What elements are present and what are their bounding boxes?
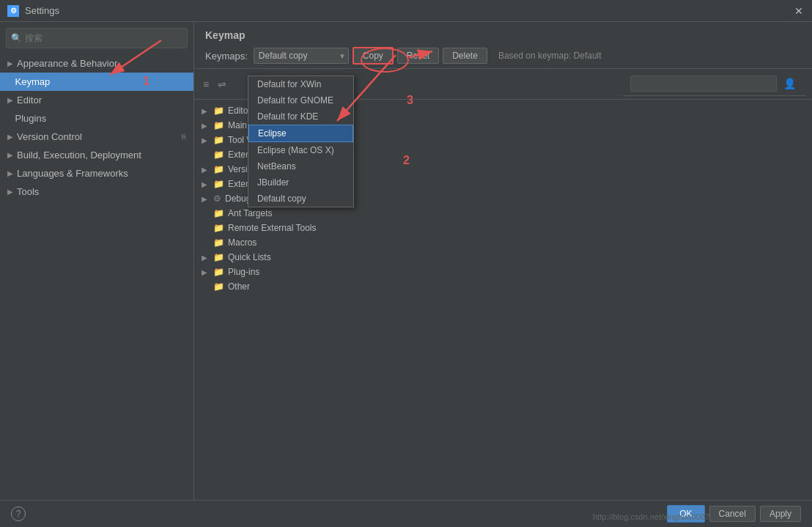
sidebar-item-label: Editor xyxy=(17,95,186,106)
sidebar-item-label: Build, Execution, Deployment xyxy=(17,150,186,161)
folder-icon: 📁 xyxy=(213,164,224,174)
collapse-all-button[interactable]: ⇌ xyxy=(215,77,229,92)
tree-item-label: Ant Targets xyxy=(228,208,272,218)
sidebar-item-editor[interactable]: ▶ Editor xyxy=(0,91,193,109)
expand-arrow-icon: ▶ xyxy=(202,195,210,203)
gear-icon: ⚙ xyxy=(213,194,221,204)
main-content: 🔍 ▶ Appearance & Behavior Keymap ▶ Edito… xyxy=(0,22,812,500)
dropdown-item-eclipse[interactable]: Eclipse xyxy=(248,125,353,142)
expand-arrow-icon: ▶ xyxy=(7,169,13,177)
expand-all-button[interactable]: ≡ xyxy=(200,77,212,92)
copy-button[interactable]: Copy xyxy=(353,47,394,65)
window-title: Settings xyxy=(25,5,793,16)
dropdown-item-netbeans[interactable]: NetBeans xyxy=(248,158,353,174)
sidebar-item-label: Tools xyxy=(17,186,186,197)
folder-icon: 📁 xyxy=(213,106,224,116)
folder-icon: 📁 xyxy=(213,281,224,292)
tree-item-remote-external-tools[interactable]: 📁 Remote External Tools xyxy=(194,221,812,235)
tree-item-label: Remote External Tools xyxy=(228,223,317,233)
keymap-select[interactable]: Default copy xyxy=(254,48,349,64)
folder-icon: 📁 xyxy=(213,179,224,189)
folder-icon: 📁 xyxy=(213,267,224,277)
folder-icon: 📁 xyxy=(213,223,224,233)
sidebar-item-build-execution[interactable]: ▶ Build, Execution, Deployment xyxy=(0,146,193,164)
tree-item-plug-ins[interactable]: ▶ 📁 Plug-ins xyxy=(194,265,812,279)
search-icon: 🔍 xyxy=(11,33,22,43)
dropdown-item-jbuilder[interactable]: JBuilder xyxy=(248,174,353,191)
expand-arrow-icon xyxy=(7,78,12,86)
keymap-toolbar: Keymaps: Default copy ▼ Copy Reset Delet… xyxy=(205,47,801,65)
folder-icon: 📁 xyxy=(213,208,224,218)
delete-button[interactable]: Delete xyxy=(443,48,487,64)
dropdown-item-eclipse-mac[interactable]: Eclipse (Mac OS X) xyxy=(248,142,353,158)
keymap-top-left: ≡ ⇌ xyxy=(200,77,229,92)
based-on-label: Based on keymap: Default xyxy=(498,51,602,61)
expand-arrow-icon: ▶ xyxy=(202,107,210,115)
expand-arrow-icon xyxy=(202,210,210,218)
keymap-select-wrapper: Default copy ▼ xyxy=(254,48,349,64)
sidebar-search-input[interactable] xyxy=(25,33,182,43)
expand-arrow-icon xyxy=(7,114,12,122)
expand-arrow-icon: ▶ xyxy=(202,180,210,188)
expand-arrow-icon: ▶ xyxy=(7,59,13,67)
git-badge: ⎘ xyxy=(182,133,186,141)
settings-window: ⚙ Settings ✕ 🔍 ▶ Appearance & Behavior K… xyxy=(0,0,812,527)
tree-item-ant-targets[interactable]: 📁 Ant Targets xyxy=(194,206,812,221)
tree-item-label: Other xyxy=(228,281,250,292)
tree-item-label: Quick Lists xyxy=(228,252,271,262)
titlebar: ⚙ Settings ✕ xyxy=(0,0,812,22)
close-button[interactable]: ✕ xyxy=(793,5,805,17)
watermark: http://blog.csdn.net/xinghuo0007 xyxy=(593,512,709,521)
sidebar-item-plugins[interactable]: Plugins xyxy=(0,109,193,128)
sidebar-search-box[interactable]: 🔍 xyxy=(6,28,188,48)
user-icon[interactable]: 👤 xyxy=(780,76,799,91)
tree-item-other[interactable]: 📁 Other xyxy=(194,279,812,294)
sidebar-item-label: Keymap xyxy=(15,76,186,87)
folder-icon: 📁 xyxy=(213,135,224,145)
dropdown-item-default-kde[interactable]: Default for KDE xyxy=(248,108,353,125)
sidebar: 🔍 ▶ Appearance & Behavior Keymap ▶ Edito… xyxy=(0,22,194,500)
help-button[interactable]: ? xyxy=(11,506,26,521)
sidebar-item-version-control[interactable]: ▶ Version Control ⎘ xyxy=(0,128,193,146)
tree-item-quick-lists[interactable]: ▶ 📁 Quick Lists xyxy=(194,250,812,265)
sidebar-item-appearance[interactable]: ▶ Appearance & Behavior xyxy=(0,54,193,73)
keymaps-label: Keymaps: xyxy=(205,51,248,62)
panel-title: Keymap xyxy=(205,29,801,41)
folder-icon: 📁 xyxy=(213,120,224,130)
keymap-search-area: 👤 xyxy=(623,72,806,96)
panel-header: Keymap Keymaps: Default copy ▼ Copy Rese… xyxy=(194,22,812,69)
sidebar-item-languages[interactable]: ▶ Languages & Frameworks xyxy=(0,164,193,183)
sidebar-item-keymap[interactable]: Keymap xyxy=(0,73,193,91)
keymap-search-input[interactable] xyxy=(630,75,777,92)
expand-arrow-icon xyxy=(202,239,210,247)
tree-item-label: Macros xyxy=(228,237,256,248)
dropdown-item-default-copy[interactable]: Default copy xyxy=(248,191,353,207)
sidebar-item-label: Appearance & Behavior xyxy=(17,58,186,69)
expand-arrow-icon: ▶ xyxy=(202,166,210,174)
reset-button[interactable]: Reset xyxy=(397,48,439,64)
dropdown-item-default-xwin[interactable]: Default for XWin xyxy=(248,76,353,92)
sidebar-item-label: Version Control xyxy=(17,131,182,142)
expand-arrow-icon: ▶ xyxy=(7,151,13,159)
expand-arrow-icon: ▶ xyxy=(202,136,210,144)
app-icon: ⚙ xyxy=(7,5,19,17)
expand-arrow-icon: ▶ xyxy=(202,254,210,262)
expand-arrow-icon: ▶ xyxy=(7,188,13,196)
expand-arrow-icon xyxy=(202,151,210,159)
cancel-button[interactable]: Cancel xyxy=(709,506,756,522)
nav-list: ▶ Appearance & Behavior Keymap ▶ Editor … xyxy=(0,54,193,500)
expand-arrow-icon: ▶ xyxy=(7,96,13,104)
folder-icon: 📁 xyxy=(213,237,224,248)
dropdown-item-default-gnome[interactable]: Default for GNOME xyxy=(248,92,353,108)
folder-icon: 📁 xyxy=(213,252,224,262)
tree-item-macros[interactable]: 📁 Macros xyxy=(194,235,812,250)
keymap-dropdown: Default for XWin Default for GNOME Defau… xyxy=(248,75,354,207)
apply-button[interactable]: Apply xyxy=(760,506,801,522)
folder-icon: 📁 xyxy=(213,150,224,160)
sidebar-item-label: Plugins xyxy=(15,113,186,124)
expand-arrow-icon: ▶ xyxy=(202,268,210,276)
sidebar-item-label: Languages & Frameworks xyxy=(17,168,186,179)
expand-arrow-icon: ▶ xyxy=(202,122,210,130)
sidebar-item-tools[interactable]: ▶ Tools xyxy=(0,183,193,201)
expand-arrow-icon xyxy=(202,283,210,291)
